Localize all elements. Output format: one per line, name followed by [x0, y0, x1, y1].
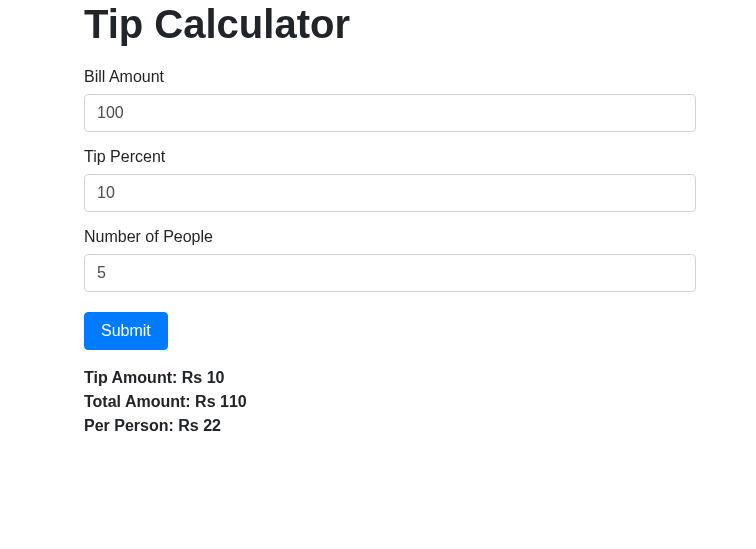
people-label: Number of People [84, 228, 696, 246]
per-person-result: Per Person: Rs 22 [84, 414, 696, 438]
page-title: Tip Calculator [84, 0, 696, 48]
people-input[interactable] [84, 254, 696, 292]
bill-amount-label: Bill Amount [84, 68, 696, 86]
tip-amount-result: Tip Amount: Rs 10 [84, 366, 696, 390]
tip-calculator: Tip Calculator Bill Amount Tip Percent N… [0, 0, 756, 438]
results: Tip Amount: Rs 10 Total Amount: Rs 110 P… [84, 366, 696, 438]
tip-percent-label: Tip Percent [84, 148, 696, 166]
bill-amount-group: Bill Amount [84, 68, 696, 132]
bill-amount-input[interactable] [84, 94, 696, 132]
tip-percent-input[interactable] [84, 174, 696, 212]
tip-percent-group: Tip Percent [84, 148, 696, 212]
total-amount-result: Total Amount: Rs 110 [84, 390, 696, 414]
people-group: Number of People [84, 228, 696, 292]
submit-button[interactable]: Submit [84, 312, 168, 350]
